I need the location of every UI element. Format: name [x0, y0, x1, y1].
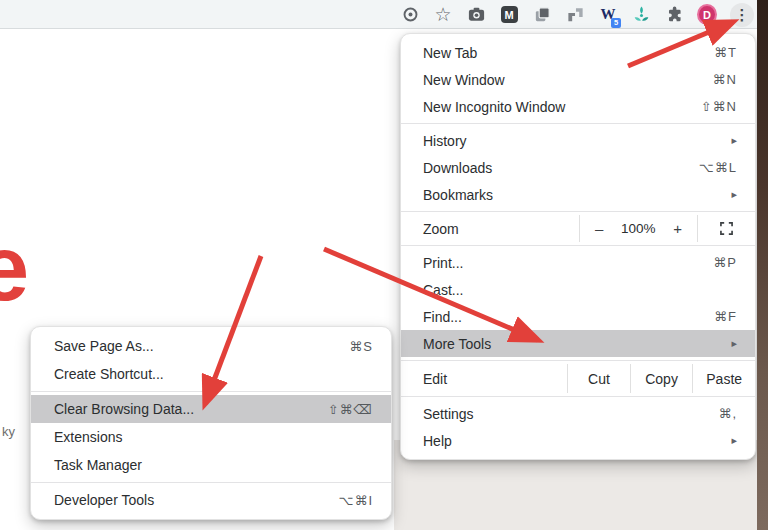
menu-item-create-shortcut[interactable]: Create Shortcut...: [31, 360, 391, 388]
zoom-label: Zoom: [401, 215, 579, 242]
menu-item-label: Bookmarks: [423, 187, 731, 203]
menu-item-label: New Incognito Window: [423, 99, 701, 115]
chrome-main-menu: New Tab⌘TNew Window⌘NNew Incognito Windo…: [400, 33, 756, 460]
copy-button[interactable]: Copy: [630, 364, 693, 393]
menu-item-shortcut: ⇧⌘⌫: [328, 402, 373, 417]
menu-item-label: More Tools: [423, 336, 731, 352]
menu-separator: [401, 245, 755, 246]
menu-item-find[interactable]: Find...⌘F: [401, 303, 755, 330]
menu-item-print[interactable]: Print...⌘P: [401, 249, 755, 276]
menu-item-bookmarks[interactable]: Bookmarks▸: [401, 181, 755, 208]
submenu-arrow-icon: ▸: [731, 134, 737, 147]
desktop-edge-strip: [757, 0, 768, 530]
cut-label: Cut: [588, 371, 610, 387]
menu-separator: [401, 360, 755, 361]
edit-label-text: Edit: [423, 371, 447, 387]
toolbar-icon-strip: ☆ M: [400, 0, 754, 29]
menu-item-new-window[interactable]: New Window⌘N: [401, 66, 755, 93]
menu-separator: [31, 391, 391, 392]
menu-item-label: Print...: [423, 255, 713, 271]
menu-item-label: Task Manager: [54, 457, 373, 473]
trident-extension-icon[interactable]: [631, 5, 651, 25]
edit-label: Edit: [401, 364, 567, 393]
fullscreen-icon: [720, 222, 733, 235]
menu-item-label: Downloads: [423, 160, 699, 176]
menu-item-more-tools[interactable]: More Tools▸: [401, 330, 755, 357]
screen: ☆ M: [0, 0, 768, 530]
menu-item-label: Help: [423, 433, 731, 449]
kebab-dots: ⋮: [735, 7, 750, 22]
menu-separator: [401, 396, 755, 397]
menu-item-shortcut: ⇧⌘N: [701, 99, 737, 114]
menu-kebab-icon[interactable]: ⋮: [730, 3, 754, 27]
w-extension-icon[interactable]: W 5: [598, 5, 618, 25]
page-partial-text: ky: [2, 424, 15, 439]
zoom-row: Zoom–100%+: [401, 215, 755, 242]
menu-item-label: Cast...: [423, 282, 737, 298]
menu-item-shortcut: ⌘T: [714, 45, 737, 60]
zoom-in-button[interactable]: +: [673, 220, 682, 237]
menu-item-new-incognito-window[interactable]: New Incognito Window⇧⌘N: [401, 93, 755, 120]
profile-avatar[interactable]: D: [697, 5, 717, 25]
menu-item-shortcut: ⌥⌘L: [699, 160, 737, 175]
menu-separator: [31, 482, 391, 483]
zoom-value: 100%: [621, 221, 656, 236]
submenu-arrow-icon: ▸: [731, 188, 737, 201]
page-logo-letter: e: [0, 222, 29, 314]
menu-separator: [401, 123, 755, 124]
browser-toolbar: ☆ M: [0, 0, 768, 29]
target-icon[interactable]: [400, 5, 420, 25]
menu-item-task-manager[interactable]: Task Manager: [31, 451, 391, 479]
zoom-label-text: Zoom: [423, 221, 459, 237]
m-letter: M: [501, 6, 518, 23]
bookmark-star-icon[interactable]: ☆: [433, 5, 453, 25]
menu-item-label: Settings: [423, 406, 718, 422]
avatar-letter: D: [697, 4, 717, 25]
menu-item-save-page-as[interactable]: Save Page As...⌘S: [31, 332, 391, 360]
menu-item-clear-browsing-data[interactable]: Clear Browsing Data...⇧⌘⌫: [31, 395, 391, 423]
menu-item-label: New Window: [423, 72, 713, 88]
paste-button[interactable]: Paste: [692, 364, 755, 393]
menu-separator: [401, 211, 755, 212]
camera-icon[interactable]: [466, 5, 486, 25]
extensions-puzzle-icon[interactable]: [664, 5, 684, 25]
menu-item-downloads[interactable]: Downloads⌥⌘L: [401, 154, 755, 181]
submenu-arrow-icon: ▸: [731, 434, 737, 447]
menu-item-label: Save Page As...: [54, 338, 349, 354]
fullscreen-button[interactable]: [697, 215, 755, 242]
menu-item-shortcut: ⌘F: [714, 309, 737, 324]
cut-button[interactable]: Cut: [567, 364, 630, 393]
menu-item-label: History: [423, 133, 731, 149]
menu-item-label: Find...: [423, 309, 714, 325]
menu-item-label: Developer Tools: [54, 492, 338, 508]
menu-item-help[interactable]: Help▸: [401, 427, 755, 454]
m-extension-icon[interactable]: M: [499, 5, 519, 25]
copy-label: Copy: [645, 371, 678, 387]
menu-item-label: Clear Browsing Data...: [54, 401, 328, 417]
menu-item-extensions[interactable]: Extensions: [31, 423, 391, 451]
star-glyph: ☆: [434, 5, 451, 24]
menu-item-shortcut: ⌘,: [718, 406, 737, 421]
submenu-arrow-icon: ▸: [731, 337, 737, 350]
menu-item-developer-tools[interactable]: Developer Tools⌥⌘I: [31, 486, 391, 514]
menu-item-label: Extensions: [54, 429, 373, 445]
menu-item-shortcut: ⌘N: [713, 72, 737, 87]
copy-pages-icon[interactable]: [532, 5, 552, 25]
menu-item-label: New Tab: [423, 45, 714, 61]
edit-row: EditCutCopyPaste: [401, 364, 755, 393]
zoom-controls: –100%+: [579, 215, 697, 242]
more-tools-submenu: Save Page As...⌘SCreate Shortcut...Clear…: [30, 326, 392, 520]
menu-item-shortcut: ⌘S: [349, 339, 373, 354]
pipes-extension-icon[interactable]: [565, 5, 585, 25]
menu-item-cast[interactable]: Cast...: [401, 276, 755, 303]
zoom-out-button[interactable]: –: [595, 220, 603, 237]
paste-label: Paste: [706, 371, 742, 387]
menu-item-history[interactable]: History▸: [401, 127, 755, 154]
menu-item-shortcut: ⌥⌘I: [338, 493, 373, 508]
menu-item-new-tab[interactable]: New Tab⌘T: [401, 39, 755, 66]
menu-item-settings[interactable]: Settings⌘,: [401, 400, 755, 427]
menu-item-shortcut: ⌘P: [713, 255, 737, 270]
w-badge-count: 5: [611, 18, 621, 28]
menu-item-label: Create Shortcut...: [54, 366, 373, 382]
